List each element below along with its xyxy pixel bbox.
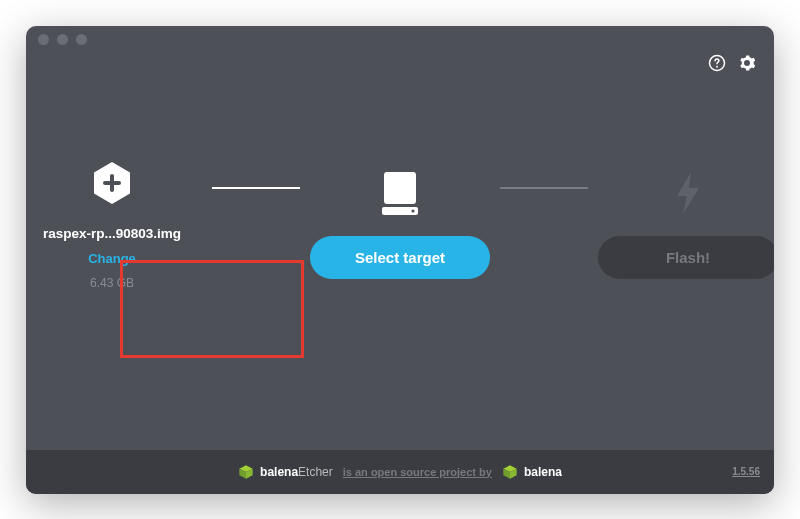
topright-controls	[708, 54, 756, 76]
svg-rect-5	[384, 172, 416, 204]
window-zoom-dot[interactable]	[76, 34, 87, 45]
cube-icon	[238, 464, 254, 480]
version-label[interactable]: 1.5.56	[732, 466, 760, 477]
flash-button: Flash!	[598, 236, 774, 279]
plus-hexagon-icon	[89, 156, 135, 210]
cube-icon	[502, 464, 518, 480]
connector-1	[212, 187, 300, 189]
mac-titlebar	[26, 26, 774, 54]
image-filename: raspex-rp...90803.img	[43, 226, 181, 241]
steps-row: raspex-rp...90803.img Change 6.43 GB Sel…	[26, 156, 774, 290]
app-window: raspex-rp...90803.img Change 6.43 GB Sel…	[26, 26, 774, 494]
select-target-button[interactable]: Select target	[310, 236, 490, 279]
image-filesize: 6.43 GB	[90, 276, 134, 290]
brand-balena-text: balena	[524, 465, 562, 479]
drive-icon	[380, 166, 420, 220]
gear-icon[interactable]	[738, 54, 756, 76]
step-image: raspex-rp...90803.img Change 6.43 GB	[26, 156, 212, 290]
brand-etcher[interactable]: balenaEtcher	[238, 464, 333, 480]
window-close-dot[interactable]	[38, 34, 49, 45]
connector-2	[500, 187, 588, 189]
main-content: raspex-rp...90803.img Change 6.43 GB Sel…	[26, 54, 774, 450]
footer-tagline[interactable]: is an open source project by	[343, 466, 492, 478]
flash-icon	[673, 166, 703, 220]
svg-rect-4	[103, 181, 121, 185]
brand-balena[interactable]: balena	[502, 464, 562, 480]
footer-bar: balenaEtcher is an open source project b…	[26, 450, 774, 494]
help-icon[interactable]	[708, 54, 726, 76]
step-flash: Flash!	[588, 166, 774, 279]
change-image-link[interactable]: Change	[88, 251, 136, 266]
svg-point-1	[716, 65, 718, 67]
step-target: Select target	[300, 166, 500, 279]
brand-etcher-text: balenaEtcher	[260, 465, 333, 479]
window-minimize-dot[interactable]	[57, 34, 68, 45]
svg-point-7	[411, 209, 414, 212]
